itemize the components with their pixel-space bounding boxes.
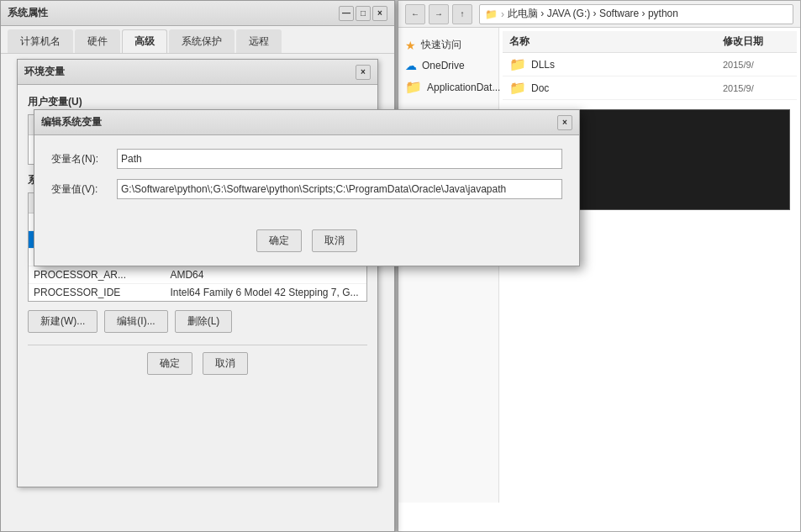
file-dlls-date: 2015/9/ bbox=[723, 60, 790, 70]
var-value-label: 变量值(V): bbox=[51, 182, 110, 197]
edit-dialog-buttons: 确定 取消 bbox=[34, 223, 579, 266]
var-value-cell: AMD64 bbox=[165, 266, 366, 284]
user-vars-title: 用户变量(U) bbox=[28, 95, 367, 109]
table-row[interactable]: PROCESSOR_AR...AMD64 bbox=[29, 266, 366, 284]
file-row-dlls[interactable]: 📁 DLLs 2015/9/ bbox=[503, 53, 797, 76]
sidebar-quick-access-label: 快速访问 bbox=[421, 38, 461, 52]
file-explorer-titlebar: ← → ↑ 📁 › 此电脑 › JAVA (G:) › Software › p… bbox=[398, 1, 800, 28]
folder-dlls-icon: 📁 bbox=[509, 56, 526, 72]
sidebar-appdata[interactable]: 📁 ApplicationDat... bbox=[398, 76, 498, 98]
edit-dialog-content: 变量名(N): 变量值(V): bbox=[34, 135, 579, 223]
file-dlls-name: DLLs bbox=[531, 59, 555, 71]
col-header-date: 修改日期 bbox=[723, 34, 790, 49]
sys-var-action-buttons: 新建(W)... 编辑(I)... 删除(L) bbox=[28, 310, 367, 333]
sidebar-quick-access[interactable]: ★ 快速访问 bbox=[398, 34, 498, 55]
star-icon: ★ bbox=[405, 39, 416, 52]
back-button[interactable]: ← bbox=[405, 4, 425, 24]
var-name-label: 变量名(N): bbox=[51, 152, 110, 166]
env-close-button[interactable]: × bbox=[356, 65, 371, 80]
edit-cancel-button[interactable]: 取消 bbox=[312, 229, 357, 252]
tab-protection[interactable]: 系统保护 bbox=[169, 29, 235, 53]
sys-props-titlebar: 系统属性 — □ × bbox=[1, 1, 394, 26]
env-confirm-button[interactable]: 确定 bbox=[147, 352, 192, 375]
close-button[interactable]: × bbox=[372, 6, 387, 21]
env-window-controls: × bbox=[356, 65, 371, 80]
var-name-cell: PROCESSOR_AR... bbox=[29, 266, 165, 284]
env-cancel-button[interactable]: 取消 bbox=[203, 352, 248, 375]
edit-button[interactable]: 编辑(I)... bbox=[104, 310, 167, 333]
var-value-cell: Intel64 Family 6 Model 42 Stepping 7, G.… bbox=[165, 284, 366, 302]
sidebar-onedrive-label: OneDrive bbox=[422, 60, 465, 71]
sys-props-title: 系统属性 bbox=[8, 6, 339, 20]
tab-computer[interactable]: 计算机名 bbox=[8, 29, 73, 53]
edit-confirm-button[interactable]: 确定 bbox=[256, 229, 302, 252]
var-value-input[interactable] bbox=[117, 179, 562, 199]
file-row-doc[interactable]: 📁 Doc 2015/9/ bbox=[503, 76, 797, 100]
new-button[interactable]: 新建(W)... bbox=[28, 310, 97, 333]
folder-doc-icon: 📁 bbox=[509, 80, 526, 96]
edit-dialog-close-button[interactable]: × bbox=[557, 115, 572, 130]
maximize-button[interactable]: □ bbox=[356, 6, 371, 21]
col-header-name: 名称 bbox=[509, 34, 723, 49]
tabs-row: 计算机名 硬件 高级 系统保护 远程 bbox=[1, 26, 394, 54]
env-window-title: 环境变量 bbox=[24, 65, 356, 79]
var-name-row: 变量名(N): bbox=[51, 149, 562, 169]
folder-icon: 📁 bbox=[405, 79, 422, 95]
breadcrumb-path: 此电脑 › JAVA (G:) › Software › python bbox=[508, 7, 678, 21]
file-header: 名称 修改日期 bbox=[503, 31, 797, 53]
tab-remote[interactable]: 远程 bbox=[236, 29, 282, 53]
sys-props-controls: — □ × bbox=[339, 6, 387, 21]
file-doc-date: 2015/9/ bbox=[723, 83, 790, 93]
var-name-input[interactable] bbox=[117, 149, 562, 169]
address-bar[interactable]: 📁 › 此电脑 › JAVA (G:) › Software › python bbox=[479, 4, 793, 24]
edit-var-dialog: 编辑系统变量 × 变量名(N): 变量值(V): 确定 取消 bbox=[34, 109, 580, 266]
var-value-row: 变量值(V): bbox=[51, 179, 562, 199]
var-name-cell: PROCESSOR_IDE bbox=[29, 284, 165, 302]
env-window-titlebar: 环境变量 × bbox=[18, 60, 377, 85]
breadcrumb-pc: 📁 bbox=[485, 8, 498, 20]
env-bottom-buttons: 确定 取消 bbox=[28, 345, 367, 382]
table-row[interactable]: PROCESSOR_IDEIntel64 Family 6 Model 42 S… bbox=[29, 284, 366, 302]
edit-dialog-title: 编辑系统变量 bbox=[41, 115, 557, 129]
minimize-button[interactable]: — bbox=[339, 6, 354, 21]
edit-dialog-titlebar: 编辑系统变量 × bbox=[34, 110, 579, 135]
delete-button[interactable]: 删除(L) bbox=[175, 310, 233, 333]
up-button[interactable]: ↑ bbox=[452, 4, 472, 24]
nav-buttons: ← → ↑ bbox=[405, 4, 472, 24]
file-doc-name: Doc bbox=[531, 82, 549, 94]
sidebar-appdata-label: ApplicationDat... bbox=[427, 82, 500, 93]
forward-button[interactable]: → bbox=[429, 4, 449, 24]
tab-hardware[interactable]: 硬件 bbox=[75, 29, 120, 53]
tab-advanced[interactable]: 高级 bbox=[122, 29, 167, 53]
sidebar-onedrive[interactable]: ☁ OneDrive bbox=[398, 55, 498, 76]
cloud-icon: ☁ bbox=[405, 59, 417, 72]
